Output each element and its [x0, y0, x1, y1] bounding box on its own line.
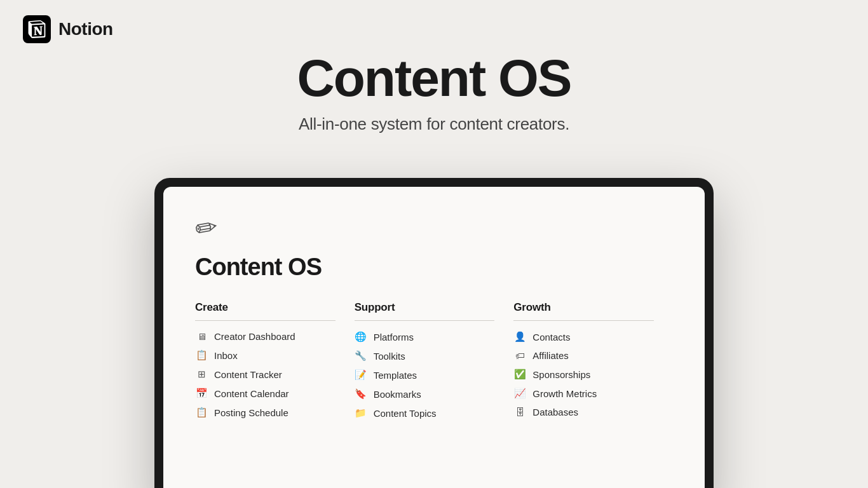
calendar-icon: 📅 — [195, 388, 208, 399]
notion-icon — [23, 15, 51, 43]
growth-metrics-icon: 📈 — [513, 388, 526, 399]
device-mockup: ✏ Content OS Create 🖥 Creator Dashboard … — [154, 178, 714, 488]
topics-icon: 📁 — [355, 407, 367, 419]
growth-divider — [513, 320, 654, 321]
create-divider — [195, 320, 336, 321]
list-item: ✅ Sponsorships — [513, 369, 654, 380]
list-item: 🔧 Toolkits — [355, 350, 495, 362]
list-item: 🗄 Databases — [513, 407, 654, 417]
list-item: ⊞ Content Tracker — [195, 369, 336, 380]
hero-subtitle: All-in-one system for content creators. — [0, 114, 868, 134]
toolkits-label: Toolkits — [374, 351, 405, 362]
platforms-label: Platforms — [374, 332, 414, 342]
content-topics-label: Content Topics — [374, 408, 437, 419]
list-item: 🖥 Creator Dashboard — [195, 331, 336, 342]
list-item: 🔖 Bookmarks — [355, 388, 495, 400]
toolkits-icon: 🔧 — [355, 350, 367, 362]
app-title: Content OS — [195, 254, 673, 281]
templates-icon: 📝 — [355, 369, 367, 381]
columns-container: Create 🖥 Creator Dashboard 📋 Inbox ⊞ Con… — [195, 301, 673, 426]
databases-label: Databases — [532, 407, 578, 417]
list-item: 🏷 Affiliates — [513, 350, 654, 361]
schedule-icon: 📋 — [195, 407, 208, 418]
growth-metrics-label: Growth Metrics — [532, 388, 597, 399]
support-column-header: Support — [355, 301, 495, 314]
growth-column: Growth 👤 Contacts 🏷 Affiliates ✅ Sponsor… — [513, 301, 673, 426]
list-item: 📋 Posting Schedule — [195, 407, 336, 418]
databases-icon: 🗄 — [513, 407, 526, 417]
posting-schedule-label: Posting Schedule — [214, 407, 288, 418]
list-item: 📈 Growth Metrics — [513, 388, 654, 399]
list-item: 📝 Templates — [355, 369, 495, 381]
affiliates-icon: 🏷 — [513, 350, 526, 361]
support-divider — [355, 320, 495, 321]
notion-logo-area: Notion — [23, 15, 113, 43]
bookmarks-label: Bookmarks — [374, 389, 421, 400]
monitor-icon: 🖥 — [195, 331, 208, 342]
inbox-icon: 📋 — [195, 349, 208, 361]
list-item: 👤 Contacts — [513, 331, 654, 342]
notion-brand-name: Notion — [58, 19, 113, 39]
contacts-label: Contacts — [532, 332, 570, 342]
list-item: 🌐 Platforms — [355, 331, 495, 342]
support-column: Support 🌐 Platforms 🔧 Toolkits 📝 Templat… — [355, 301, 514, 426]
list-item: 📅 Content Calendar — [195, 388, 336, 399]
affiliates-label: Affiliates — [532, 350, 568, 361]
inbox-label: Inbox — [214, 350, 238, 361]
device-screen: ✏ Content OS Create 🖥 Creator Dashboard … — [163, 187, 705, 488]
tracker-icon: ⊞ — [195, 369, 208, 380]
globe-icon: 🌐 — [355, 331, 367, 342]
bookmarks-icon: 🔖 — [355, 388, 367, 400]
create-column: Create 🖥 Creator Dashboard 📋 Inbox ⊞ Con… — [195, 301, 355, 426]
content-calendar-label: Content Calendar — [214, 388, 289, 399]
list-item: 📋 Inbox — [195, 349, 336, 361]
creator-dashboard-label: Creator Dashboard — [214, 331, 295, 342]
hero-title: Content OS — [0, 51, 868, 105]
sponsorships-label: Sponsorships — [532, 369, 590, 380]
hero-section: Content OS All-in-one system for content… — [0, 0, 868, 134]
content-tracker-label: Content Tracker — [214, 369, 282, 380]
create-column-header: Create — [195, 301, 336, 314]
list-item: 📁 Content Topics — [355, 407, 495, 419]
growth-column-header: Growth — [513, 301, 654, 314]
device-outer: ✏ Content OS Create 🖥 Creator Dashboard … — [154, 178, 714, 488]
templates-label: Templates — [374, 370, 417, 381]
sponsorships-icon: ✅ — [513, 369, 526, 380]
pencil-icon: ✏ — [193, 210, 220, 245]
contacts-icon: 👤 — [513, 331, 526, 342]
